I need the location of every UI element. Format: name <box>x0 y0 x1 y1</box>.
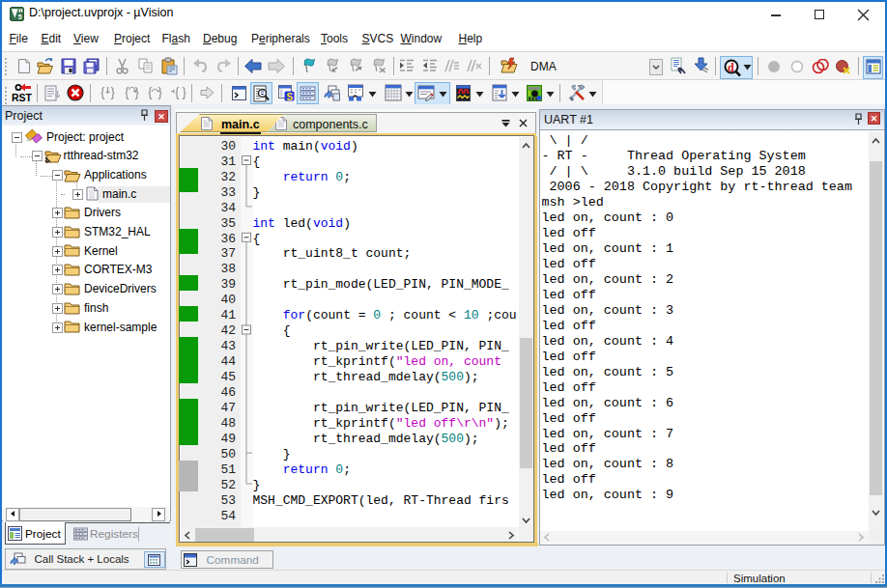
svg-text:RST: RST <box>12 92 33 103</box>
svg-text:d: d <box>728 61 734 74</box>
svg-text:S: S <box>287 92 294 102</box>
svg-text:5: 5 <box>18 14 22 20</box>
